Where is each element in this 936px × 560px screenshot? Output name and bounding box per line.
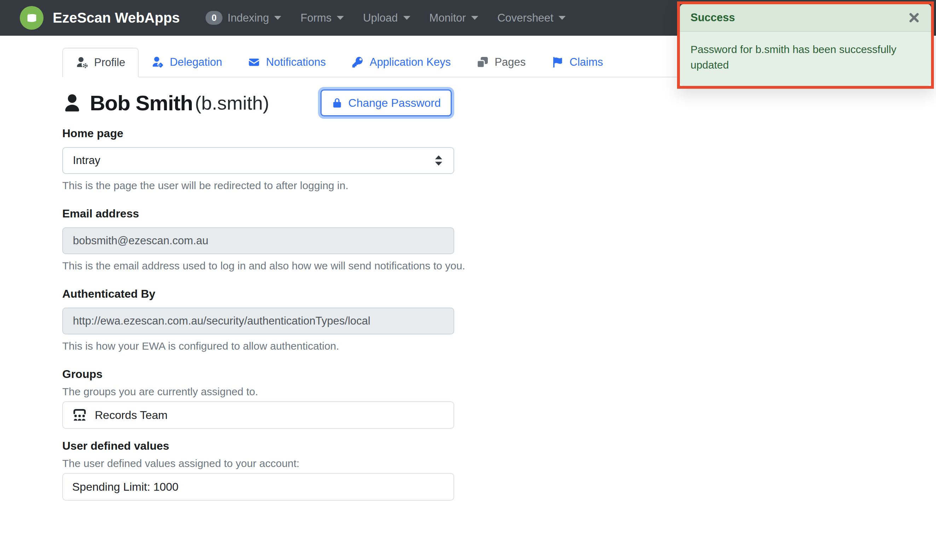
select-spinner-icon	[435, 155, 442, 166]
close-icon[interactable]	[908, 11, 921, 24]
groups-section: Groups The groups you are currently assi…	[62, 368, 874, 429]
clone-icon	[476, 56, 489, 69]
highlight-annotation-box: Success Password for b.smith has been su…	[677, 2, 934, 89]
authenticated-by-label: Authenticated By	[62, 288, 874, 300]
tab-delegation[interactable]: Delegation	[139, 48, 235, 77]
chevron-down-icon	[337, 16, 344, 20]
group-name: Records Team	[95, 409, 168, 422]
tab-profile[interactable]: Profile	[62, 48, 139, 77]
profile-header-row: Bob Smith (b.smith) Change Password	[62, 89, 455, 116]
tab-claims[interactable]: Claims	[538, 48, 616, 77]
toast-title: Success	[691, 11, 735, 24]
home-page-label: Home page	[62, 127, 874, 140]
user-username: (b.smith)	[195, 92, 269, 114]
chevron-down-icon	[471, 16, 478, 20]
user-tag-icon	[151, 56, 164, 69]
tab-application-keys[interactable]: Application Keys	[339, 48, 463, 77]
ezescan-logo-icon	[20, 6, 43, 30]
lock-icon	[332, 97, 343, 109]
toast-message: Password for b.smith has been successful…	[680, 32, 921, 86]
chevron-down-icon	[274, 16, 281, 20]
chevron-down-icon	[558, 16, 566, 20]
home-page-selected-value: Intray	[73, 154, 100, 167]
nav-item-forms[interactable]: Forms	[291, 0, 353, 36]
email-section: Email address This is the email address …	[62, 207, 874, 272]
email-label: Email address	[62, 207, 874, 220]
change-password-button[interactable]: Change Password	[321, 89, 452, 116]
user-defined-value-item: Spending Limit: 1000	[62, 473, 454, 501]
email-field	[62, 227, 454, 254]
nav-item-indexing[interactable]: 0 Indexing	[196, 0, 291, 36]
brand-link[interactable]: EzeScan WebApps	[20, 6, 180, 30]
key-icon	[351, 56, 364, 69]
nav-item-coversheet[interactable]: Coversheet	[488, 0, 575, 36]
home-page-select[interactable]: Intray	[62, 147, 454, 174]
toast-header: Success	[680, 4, 931, 32]
main-content: Profile Delegation Notifications Applica…	[0, 48, 936, 501]
user-full-name: Bob Smith	[90, 91, 193, 115]
user-defined-values-section: User defined values The user defined val…	[62, 440, 874, 501]
success-toast: Success Password for b.smith has been su…	[680, 4, 931, 86]
envelope-icon	[248, 56, 261, 69]
nav-item-monitor[interactable]: Monitor	[420, 0, 488, 36]
flag-icon	[551, 56, 564, 69]
user-defined-values-label: User defined values	[62, 440, 874, 452]
home-page-help: This is the page the user will be redire…	[62, 180, 874, 192]
tab-pages[interactable]: Pages	[463, 48, 538, 77]
groups-help: The groups you are currently assigned to…	[62, 386, 874, 398]
group-list-item: Records Team	[62, 401, 454, 429]
groups-label: Groups	[62, 368, 874, 381]
nav-item-upload[interactable]: Upload	[353, 0, 419, 36]
user-defined-values-help: The user defined values assigned to your…	[62, 457, 874, 469]
indexing-count-badge: 0	[205, 11, 222, 25]
home-page-section: Home page Intray This is the page the us…	[62, 127, 874, 192]
user-icon	[62, 93, 82, 113]
authenticated-by-field	[62, 308, 454, 334]
email-help: This is the email address used to log in…	[62, 260, 874, 272]
screen-users-icon	[72, 408, 87, 423]
app-title: EzeScan WebApps	[53, 10, 180, 26]
authenticated-by-help: This is how your EWA is configured to al…	[62, 340, 874, 352]
user-gear-icon	[76, 56, 88, 69]
nav-menu: 0 Indexing Forms Upload Monitor Covershe…	[196, 0, 575, 36]
tab-notifications[interactable]: Notifications	[235, 48, 339, 77]
chevron-down-icon	[403, 16, 410, 20]
user-defined-value: Spending Limit: 1000	[72, 480, 179, 494]
authenticated-by-section: Authenticated By This is how your EWA is…	[62, 288, 874, 352]
